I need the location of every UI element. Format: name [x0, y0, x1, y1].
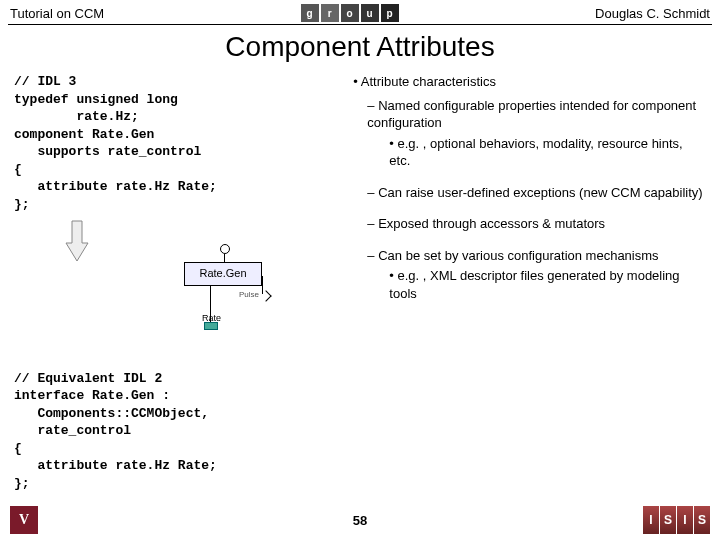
bullet-item: – Named configurable properties intended…	[367, 97, 706, 132]
component-diagram: Rate.Gen Pulse Rate	[154, 244, 314, 364]
diagram-pulse-label: Pulse	[239, 290, 259, 301]
footer-logo-left: V	[10, 506, 38, 534]
bullet-subitem: • e.g. , XML descriptor files generated …	[389, 267, 706, 302]
bullet-item: – Can raise user-defined exceptions (new…	[367, 184, 706, 202]
bullet-item: – Exposed through accessors & mutators	[367, 215, 706, 233]
page-number: 58	[353, 513, 367, 528]
bullet-item: – Can be set by various configuration me…	[367, 247, 706, 265]
slide-title: Component Attributes	[0, 25, 720, 73]
header-logo: group	[301, 4, 399, 22]
idl2-code: interface Rate.Gen : Components::CCMObje…	[14, 387, 341, 492]
arrow-down-icon	[64, 219, 90, 263]
idl3-code: typedef unsigned long rate.Hz; component…	[14, 91, 341, 214]
idl2-comment: // Equivalent IDL 2	[14, 370, 341, 388]
footer-logo-right: ISIS	[643, 506, 710, 534]
header-right: Douglas C. Schmidt	[595, 6, 710, 21]
idl3-comment: // IDL 3	[14, 73, 341, 91]
header-left: Tutorial on CCM	[10, 6, 104, 21]
bullet-heading: • Attribute characteristics	[353, 73, 706, 91]
bullet-subitem: • e.g. , optional behaviors, modality, r…	[389, 135, 706, 170]
diagram-component: Rate.Gen	[184, 262, 262, 286]
